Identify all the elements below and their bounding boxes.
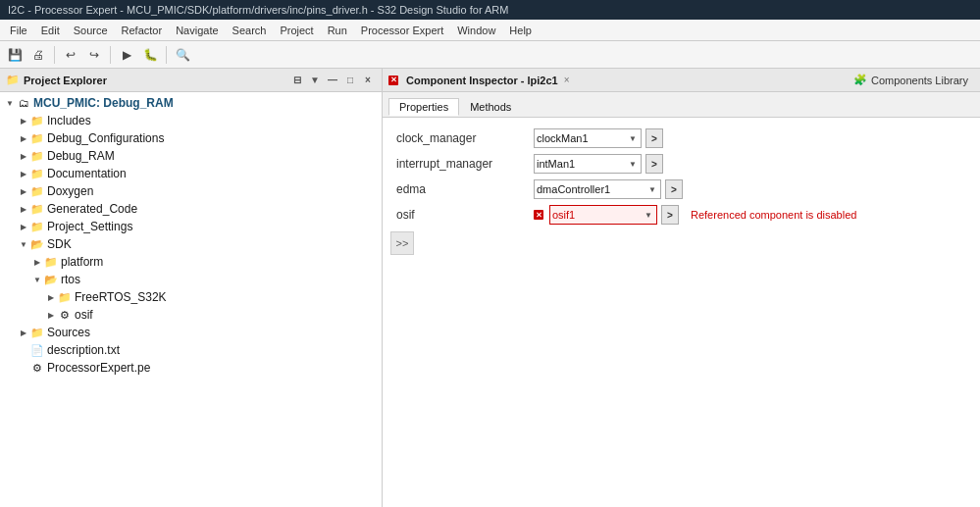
tree-item-documentation[interactable]: ▶📁Documentation bbox=[0, 165, 382, 182]
tree-item-rtos[interactable]: ▼📂rtos bbox=[0, 271, 382, 288]
menu-item-search[interactable]: Search bbox=[227, 23, 273, 38]
prop-select-interrupt_manager[interactable]: intMan1▼ bbox=[534, 154, 642, 174]
menu-item-window[interactable]: Window bbox=[451, 23, 501, 38]
tab-methods[interactable]: Methods bbox=[459, 98, 522, 115]
prop-value-cell-edma: dmaController1▼> bbox=[528, 177, 972, 202]
prop-select-arrow-interrupt_manager: ▼ bbox=[627, 160, 639, 169]
tree-arrow-includes[interactable]: ▶ bbox=[18, 115, 29, 127]
component-inspector-tabs: Properties Methods bbox=[383, 92, 980, 118]
tree-item-project_settings[interactable]: ▶📁Project_Settings bbox=[0, 218, 382, 235]
prop-goto-btn-clock_manager[interactable]: > bbox=[645, 128, 663, 148]
component-error-icon: ✕ bbox=[388, 76, 398, 85]
prop-value-cell-osif: ✕osif1▼>Referenced component is disabled bbox=[528, 202, 972, 228]
menu-item-file[interactable]: File bbox=[4, 23, 33, 38]
tree-icon-debug_config: 📁 bbox=[29, 131, 45, 145]
toolbar: 💾 🖨 ↩ ↪ ▶ 🐛 🔍 bbox=[0, 41, 980, 69]
prop-error-icon-osif: ✕ bbox=[534, 210, 543, 220]
tree-arrow-project_settings[interactable]: ▶ bbox=[18, 221, 29, 232]
tree-label-osif: osif bbox=[75, 308, 93, 322]
toolbar-btn-debug[interactable]: 🐛 bbox=[139, 44, 161, 66]
tree-arrow-documentation[interactable]: ▶ bbox=[18, 168, 29, 179]
menu-item-navigate[interactable]: Navigate bbox=[170, 23, 224, 38]
prop-select-text-edma: dmaController1 bbox=[537, 183, 610, 195]
menu-item-source[interactable]: Source bbox=[68, 23, 114, 38]
prop-goto-btn-osif[interactable]: > bbox=[661, 205, 679, 225]
close-panel-btn[interactable]: × bbox=[360, 73, 376, 88]
tab-properties[interactable]: Properties bbox=[388, 98, 459, 116]
toolbar-btn-run[interactable]: ▶ bbox=[116, 44, 137, 66]
tree-arrow-debug_ram[interactable]: ▶ bbox=[18, 150, 29, 162]
tree-item-description[interactable]: 📄description.txt bbox=[0, 341, 382, 359]
prop-goto-btn-edma[interactable]: > bbox=[665, 179, 683, 199]
tree-arrow-osif[interactable]: ▶ bbox=[45, 309, 57, 321]
tree-item-freertos[interactable]: ▶📁FreeRTOS_S32K bbox=[0, 288, 382, 306]
properties-table: clock_managerclockMan1▼>interrupt_manage… bbox=[390, 126, 972, 228]
tree-arrow-sources[interactable]: ▶ bbox=[18, 327, 29, 338]
tree-item-mcu_pmic[interactable]: ▼🗂MCU_PMIC: Debug_RAM bbox=[0, 94, 382, 112]
toolbar-btn-back[interactable]: ↩ bbox=[60, 44, 81, 66]
menu-item-refactor[interactable]: Refactor bbox=[116, 23, 169, 38]
collapse-all-btn[interactable]: ⊟ bbox=[289, 73, 305, 88]
tree-label-debug_ram: Debug_RAM bbox=[47, 149, 115, 163]
tree-arrow-mcu_pmic[interactable]: ▼ bbox=[4, 97, 16, 109]
tree-arrow-platform[interactable]: ▶ bbox=[31, 256, 43, 268]
minimize-panel-btn[interactable]: — bbox=[325, 73, 340, 88]
tree-item-processor_expert[interactable]: ⚙ProcessorExpert.pe bbox=[0, 359, 382, 377]
tree-arrow-processor_expert bbox=[18, 362, 29, 374]
prop-goto-btn-interrupt_manager[interactable]: > bbox=[645, 154, 663, 174]
tree-item-sdk[interactable]: ▼📂SDK bbox=[0, 235, 382, 253]
toolbar-btn-forward[interactable]: ↪ bbox=[83, 44, 105, 66]
tree-item-includes[interactable]: ▶📁Includes bbox=[0, 112, 382, 129]
toolbar-btn-search[interactable]: 🔍 bbox=[172, 44, 193, 66]
tree-item-osif[interactable]: ▶⚙osif bbox=[0, 306, 382, 324]
expand-button[interactable]: >> bbox=[390, 231, 414, 255]
tree-item-debug_ram[interactable]: ▶📁Debug_RAM bbox=[0, 147, 382, 165]
tree-item-doxygen[interactable]: ▶📁Doxygen bbox=[0, 182, 382, 200]
component-inspector-close[interactable]: × bbox=[564, 75, 570, 85]
project-explorer-title: Project Explorer bbox=[24, 75, 107, 86]
title-bar: I2C - Processor Expert - MCU_PMIC/SDK/pl… bbox=[0, 0, 980, 20]
tree-arrow-debug_config[interactable]: ▶ bbox=[18, 132, 29, 144]
menu-item-project[interactable]: Project bbox=[274, 23, 319, 38]
component-inspector-body: clock_managerclockMan1▼>interrupt_manage… bbox=[383, 118, 980, 507]
tree-arrow-sdk[interactable]: ▼ bbox=[18, 238, 29, 250]
prop-row-clock_manager: clock_managerclockMan1▼> bbox=[390, 126, 972, 151]
tree-item-sources[interactable]: ▶📁Sources bbox=[0, 324, 382, 341]
view-menu-btn[interactable]: ▼ bbox=[307, 73, 323, 88]
tree-item-platform[interactable]: ▶📁platform bbox=[0, 253, 382, 271]
menu-item-run[interactable]: Run bbox=[322, 23, 353, 38]
tree-label-description: description.txt bbox=[47, 343, 120, 357]
components-library-label: Components Library bbox=[871, 75, 968, 86]
tree-arrow-doxygen[interactable]: ▶ bbox=[18, 185, 29, 197]
tree-arrow-generated_code[interactable]: ▶ bbox=[18, 203, 29, 215]
tree-label-generated_code: Generated_Code bbox=[47, 202, 137, 216]
components-library-tab[interactable]: 🧩 Components Library bbox=[848, 72, 974, 88]
prop-value-container-osif: ✕osif1▼>Referenced component is disabled bbox=[534, 205, 966, 225]
toolbar-btn-save[interactable]: 💾 bbox=[4, 44, 26, 66]
tree-arrow-rtos[interactable]: ▼ bbox=[31, 274, 43, 285]
menu-item-help[interactable]: Help bbox=[503, 23, 538, 38]
tree-icon-mcu_pmic: 🗂 bbox=[16, 96, 31, 110]
prop-select-clock_manager[interactable]: clockMan1▼ bbox=[534, 128, 642, 148]
tree-label-mcu_pmic: MCU_PMIC: Debug_RAM bbox=[33, 96, 174, 110]
tree-icon-generated_code: 📁 bbox=[29, 202, 45, 216]
prop-name-clock_manager: clock_manager bbox=[390, 126, 528, 151]
prop-select-edma[interactable]: dmaController1▼ bbox=[534, 179, 661, 199]
tree-icon-documentation: 📁 bbox=[29, 167, 45, 180]
tree-arrow-freertos[interactable]: ▶ bbox=[45, 291, 57, 303]
prop-name-interrupt_manager: interrupt_manager bbox=[390, 151, 528, 177]
tree-item-generated_code[interactable]: ▶📁Generated_Code bbox=[0, 200, 382, 218]
toolbar-btn-print[interactable]: 🖨 bbox=[27, 44, 49, 66]
prop-name-edma: edma bbox=[390, 177, 528, 202]
prop-select-text-interrupt_manager: intMan1 bbox=[537, 158, 575, 170]
tree-icon-sdk: 📂 bbox=[29, 237, 45, 251]
menu-item-processor expert[interactable]: Processor Expert bbox=[355, 23, 449, 38]
prop-select-osif[interactable]: osif1▼ bbox=[549, 205, 657, 225]
menu-bar: FileEditSourceRefactorNavigateSearchProj… bbox=[0, 20, 980, 41]
prop-value-container-interrupt_manager: intMan1▼> bbox=[534, 154, 966, 174]
tree-item-debug_config[interactable]: ▶📁Debug_Configurations bbox=[0, 129, 382, 147]
maximize-panel-btn[interactable]: □ bbox=[342, 73, 358, 88]
component-inspector-title: Component Inspector - lpi2c1 bbox=[406, 75, 558, 86]
toolbar-sep-1 bbox=[54, 46, 55, 64]
menu-item-edit[interactable]: Edit bbox=[35, 23, 66, 38]
